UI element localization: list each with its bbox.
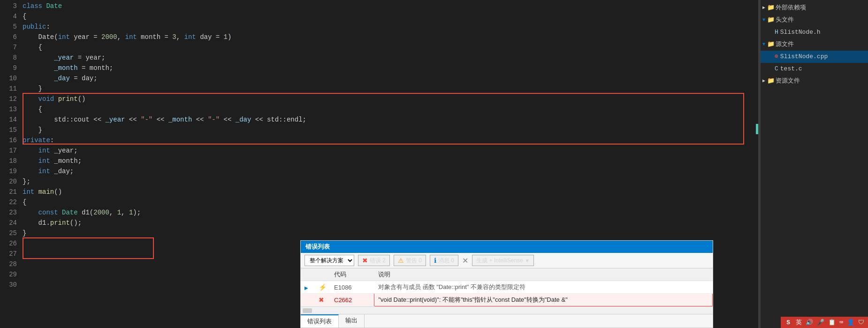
taskbar-shield-icon[interactable]: 🛡 xyxy=(858,319,864,326)
error-count-button[interactable]: ✖ 错误 2 xyxy=(358,255,390,266)
sidebar-label-slistnode-cpp: SlistNode.cpp xyxy=(780,52,828,62)
tab-output[interactable]: 输出 xyxy=(339,314,365,328)
taskbar-keyboard-icon[interactable]: ⌨ xyxy=(839,319,843,326)
error-filter-select[interactable]: 整个解决方案 xyxy=(305,255,354,266)
folder-icon-resources: 📁 xyxy=(767,76,775,86)
taskbar-mic-icon[interactable]: 🎤 xyxy=(817,319,824,326)
code-line-3: class Date xyxy=(23,1,758,11)
code-e1086: E1086 xyxy=(330,281,374,294)
warning-icon: ⚠ xyxy=(398,257,404,264)
message-count-button[interactable]: ℹ 消息 0 xyxy=(430,255,458,266)
col-expand xyxy=(301,268,315,281)
message-count-label: 消息 0 xyxy=(438,257,454,265)
code-line-25: { xyxy=(23,197,758,207)
col-type-icon xyxy=(315,268,330,281)
code-line-16: } xyxy=(23,125,758,135)
code-line-10: _day = day; xyxy=(23,73,758,84)
file-icon-slistnode-cpp: ⊕ xyxy=(775,52,778,62)
code-line-5: public: xyxy=(23,22,758,32)
file-icon-slistnode-h: H xyxy=(775,27,778,38)
taskbar-sound-icon[interactable]: 🔊 xyxy=(806,319,813,326)
code-line-13: { xyxy=(23,104,758,114)
sidebar-label-sources: 源文件 xyxy=(776,39,794,50)
taskbar-user-icon[interactable]: 👤 xyxy=(847,319,854,326)
file-explorer-sidebar: ▶ 📁 外部依赖项 ▼ 📁 头文件 H SlistNode.h ▼ 📁 源文件 … xyxy=(760,0,868,328)
type-icon-e1086: ⚡ xyxy=(315,281,330,294)
error-count-label: 错误 2 xyxy=(370,257,386,265)
code-line-20: int _month; xyxy=(23,156,758,166)
expand-arrow-resources: ▶ xyxy=(762,76,765,86)
sidebar-item-sources[interactable]: ▼ 📁 源文件 xyxy=(761,38,868,51)
code-editor-area: 3 4 5 6 7 8 9 10 11 12 13 14 15 16 17 18… xyxy=(0,0,758,328)
tab-error-list[interactable]: 错误列表 xyxy=(301,314,339,328)
error-horizontal-scroll[interactable] xyxy=(301,306,713,314)
expand-arrow-sources: ▼ xyxy=(762,39,765,50)
code-line-22: }; xyxy=(23,176,758,187)
sidebar-label-external-deps: 外部依赖项 xyxy=(776,3,806,13)
sidebar-label-headers: 头文件 xyxy=(776,15,794,25)
error-icon: ✖ xyxy=(362,257,368,264)
taskbar-bottom: S 英 🔊 🎤 📋 ⌨ 👤 🛡 xyxy=(781,317,868,328)
folder-icon-sources: 📁 xyxy=(767,39,775,50)
error-panel-footer: 错误列表 输出 xyxy=(301,314,713,328)
error-panel: 错误列表 整个解决方案 ✖ 错误 2 ⚠ 警告 0 ℹ 消息 0 ✕ 生成 + … xyxy=(300,240,713,328)
code-line-6: Date(int year = 2000, int month = 3, int… xyxy=(23,32,758,42)
code-line-14: std::cout << _year << "-" << _month << "… xyxy=(23,114,758,125)
code-line-24: int main() xyxy=(23,187,758,197)
build-filter-chevron-icon: ▼ xyxy=(525,258,530,263)
scroll-indicator xyxy=(756,124,758,134)
type-icon-c2662: ✖ xyxy=(315,294,330,306)
build-label: 生成 + IntelliSense xyxy=(476,257,523,265)
desc-c2662: "void Date::print(void)": 不能将"this"指针从"c… xyxy=(374,294,713,306)
folder-icon-external-deps: 📁 xyxy=(767,3,775,13)
error-row-e1086[interactable]: ▶ ⚡ E1086 对象含有与成员 函数 "Date::print" 不兼容的类… xyxy=(301,281,713,294)
taskbar-s-label: S xyxy=(784,319,792,326)
taskbar-clipboard-icon[interactable]: 📋 xyxy=(828,319,836,326)
expand-arrow-external-deps: ▶ xyxy=(762,3,765,13)
col-description-header: 说明 xyxy=(374,268,713,281)
code-line-26: const Date d1(2000, 1, 1); xyxy=(23,207,758,218)
error-panel-title: 错误列表 xyxy=(301,241,713,253)
warning-count-label: 警告 0 xyxy=(406,257,422,265)
sidebar-item-headers[interactable]: ▼ 📁 头文件 xyxy=(761,14,868,26)
folder-icon-headers: 📁 xyxy=(767,15,775,25)
code-line-18: private: xyxy=(23,135,758,145)
error-row-c2662[interactable]: ✖ C2662 "void Date::print(void)": 不能将"th… xyxy=(301,294,713,306)
code-line-12: void print() xyxy=(23,94,758,104)
sidebar-item-external-deps[interactable]: ▶ 📁 外部依赖项 xyxy=(761,2,868,14)
expand-icon-e1086[interactable]: ▶ xyxy=(301,281,315,294)
code-line-27: d1.print(); xyxy=(23,218,758,228)
taskbar-lang-label[interactable]: 英 xyxy=(796,318,802,327)
expand-arrow-headers: ▼ xyxy=(762,15,765,25)
file-icon-test-c: C xyxy=(775,64,778,74)
warning-count-button[interactable]: ⚠ 警告 0 xyxy=(394,255,426,266)
code-line-9: _month = month; xyxy=(23,63,758,73)
clear-filter-icon[interactable]: ✕ xyxy=(462,256,468,265)
sidebar-item-slistnode-cpp[interactable]: ⊕ SlistNode.cpp xyxy=(761,51,868,63)
code-line-8: _year = year; xyxy=(23,53,758,63)
sidebar-item-test-c[interactable]: C test.c xyxy=(761,63,868,75)
error-table: 代码 说明 ▶ ⚡ E1086 对象含有与成员 函数 "Date::print"… xyxy=(301,268,713,306)
scroll-thumb xyxy=(303,308,312,313)
code-line-4: { xyxy=(23,11,758,22)
col-code-header: 代码 xyxy=(330,268,374,281)
code-c2662: C2662 xyxy=(330,294,374,306)
desc-e1086: 对象含有与成员 函数 "Date::print" 不兼容的类型限定符 xyxy=(374,281,713,294)
sidebar-label-test-c: test.c xyxy=(780,64,802,74)
code-line-11: } xyxy=(23,84,758,94)
highlight-box-const-date xyxy=(23,237,154,259)
code-line-21: int _day; xyxy=(23,166,758,176)
sidebar-item-resources[interactable]: ▶ 📁 资源文件 xyxy=(761,75,868,87)
sidebar-item-slistnode-h[interactable]: H SlistNode.h xyxy=(761,26,868,38)
line-numbers: 3 4 5 6 7 8 9 10 11 12 13 14 15 16 17 18… xyxy=(0,0,23,328)
info-icon: ℹ xyxy=(434,257,436,264)
build-filter-button[interactable]: 生成 + IntelliSense ▼ xyxy=(472,255,534,266)
expand-icon-c2662 xyxy=(301,294,315,306)
code-line-7: { xyxy=(23,42,758,53)
code-line-19: int _year; xyxy=(23,145,758,156)
error-panel-toolbar: 整个解决方案 ✖ 错误 2 ⚠ 警告 0 ℹ 消息 0 ✕ 生成 + Intel… xyxy=(301,253,713,268)
sidebar-label-slistnode-h: SlistNode.h xyxy=(780,27,821,38)
code-line-29: } xyxy=(23,228,758,238)
sidebar-label-resources: 资源文件 xyxy=(776,76,800,86)
